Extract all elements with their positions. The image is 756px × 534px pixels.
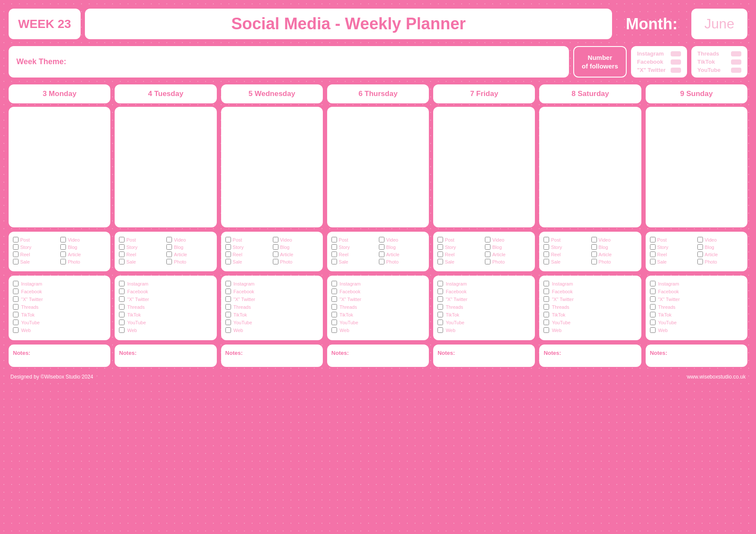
platform-checkbox-threads[interactable] [437,304,443,310]
platform-checkbox-threads[interactable] [225,304,231,310]
checkbox-post-input[interactable] [331,237,337,242]
checkbox-story-input[interactable] [331,244,337,250]
checkbox-article-input[interactable] [485,251,490,257]
checkbox-blog-input[interactable] [60,244,66,250]
platform-checkbox-web[interactable] [331,327,337,333]
platform-checkbox-tiktok[interactable] [650,312,656,317]
checkbox-story-input[interactable] [650,244,656,250]
platform-checkbox-instagram[interactable] [13,281,19,286]
checkbox-video-input[interactable] [60,237,66,242]
platform-checkbox-youtube[interactable] [331,320,337,325]
checkbox-post-input[interactable] [650,237,656,242]
checkbox-photo-input[interactable] [166,259,172,264]
platform-checkbox-threads[interactable] [544,304,549,310]
checkbox-reel-input[interactable] [119,251,125,257]
platform-checkbox-tiktok[interactable] [437,312,443,317]
checkbox-article-input[interactable] [166,251,172,257]
platform-checkbox-instagram[interactable] [119,281,125,286]
checkbox-sale-input[interactable] [13,259,19,264]
platform-checkbox-instagram[interactable] [225,281,231,286]
checkbox-post-input[interactable] [13,237,19,242]
checkbox-video-input[interactable] [591,237,597,242]
checkbox-blog-input[interactable] [697,244,703,250]
platform-checkbox-youtube[interactable] [544,320,549,325]
checkbox-photo-input[interactable] [379,259,384,264]
checkbox-story-input[interactable] [544,244,549,250]
platform-checkbox-facebook[interactable] [650,289,656,294]
platform-checkbox-instagram[interactable] [544,281,549,286]
platform-checkbox-facebook[interactable] [13,289,19,294]
platform-checkbox-xtwitter[interactable] [544,296,549,302]
checkbox-video-input[interactable] [697,237,703,242]
platform-checkbox-facebook[interactable] [225,289,231,294]
checkbox-reel-input[interactable] [544,251,549,257]
checkbox-post-input[interactable] [437,237,443,242]
platform-checkbox-xtwitter[interactable] [331,296,337,302]
checkbox-sale-input[interactable] [119,259,125,264]
platform-checkbox-threads[interactable] [331,304,337,310]
platform-checkbox-youtube[interactable] [650,320,656,325]
checkbox-reel-input[interactable] [650,251,656,257]
checkbox-post-input[interactable] [119,237,125,242]
platform-checkbox-web[interactable] [544,327,549,333]
checkbox-story-input[interactable] [437,244,443,250]
checkbox-article-input[interactable] [60,251,66,257]
checkbox-blog-input[interactable] [485,244,490,250]
platform-checkbox-tiktok[interactable] [13,312,19,317]
platform-checkbox-youtube[interactable] [119,320,125,325]
platform-checkbox-facebook[interactable] [331,289,337,294]
platform-checkbox-tiktok[interactable] [119,312,125,317]
platform-checkbox-youtube[interactable] [13,320,19,325]
checkbox-story-input[interactable] [119,244,125,250]
checkbox-reel-input[interactable] [225,251,231,257]
checkbox-blog-input[interactable] [273,244,278,250]
platform-checkbox-xtwitter[interactable] [225,296,231,302]
checkbox-sale-input[interactable] [331,259,337,264]
checkbox-story-input[interactable] [225,244,231,250]
platform-checkbox-facebook[interactable] [119,289,125,294]
checkbox-blog-input[interactable] [591,244,597,250]
platform-checkbox-instagram[interactable] [437,281,443,286]
checkbox-video-input[interactable] [379,237,384,242]
checkbox-article-input[interactable] [697,251,703,257]
checkbox-photo-input[interactable] [273,259,278,264]
checkbox-reel-input[interactable] [13,251,19,257]
platform-checkbox-threads[interactable] [13,304,19,310]
checkbox-article-input[interactable] [273,251,278,257]
platform-checkbox-web[interactable] [437,327,443,333]
checkbox-sale-input[interactable] [544,259,549,264]
checkbox-photo-input[interactable] [591,259,597,264]
checkbox-article-input[interactable] [379,251,384,257]
platform-checkbox-youtube[interactable] [437,320,443,325]
platform-checkbox-xtwitter[interactable] [650,296,656,302]
platform-checkbox-youtube[interactable] [225,320,231,325]
checkbox-sale-input[interactable] [650,259,656,264]
platform-checkbox-xtwitter[interactable] [13,296,19,302]
platform-checkbox-xtwitter[interactable] [119,296,125,302]
platform-checkbox-instagram[interactable] [331,281,337,286]
platform-checkbox-threads[interactable] [119,304,125,310]
platform-checkbox-facebook[interactable] [437,289,443,294]
checkbox-photo-input[interactable] [697,259,703,264]
platform-checkbox-tiktok[interactable] [331,312,337,317]
checkbox-sale-input[interactable] [225,259,231,264]
platform-checkbox-web[interactable] [650,327,656,333]
checkbox-blog-input[interactable] [379,244,384,250]
platform-checkbox-web[interactable] [13,327,19,333]
checkbox-article-input[interactable] [591,251,597,257]
platform-checkbox-tiktok[interactable] [225,312,231,317]
checkbox-post-input[interactable] [544,237,549,242]
checkbox-blog-input[interactable] [166,244,172,250]
platform-checkbox-facebook[interactable] [544,289,549,294]
checkbox-photo-input[interactable] [60,259,66,264]
checkbox-photo-input[interactable] [485,259,490,264]
platform-checkbox-xtwitter[interactable] [437,296,443,302]
checkbox-reel-input[interactable] [437,251,443,257]
platform-checkbox-threads[interactable] [650,304,656,310]
checkbox-video-input[interactable] [485,237,490,242]
checkbox-video-input[interactable] [166,237,172,242]
checkbox-reel-input[interactable] [331,251,337,257]
checkbox-video-input[interactable] [273,237,278,242]
platform-checkbox-tiktok[interactable] [544,312,549,317]
checkbox-story-input[interactable] [13,244,19,250]
